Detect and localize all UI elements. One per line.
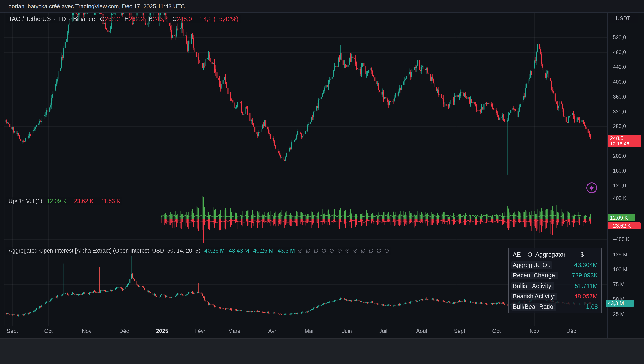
oi-scale-label: 125 M bbox=[613, 252, 627, 258]
month-label: Nov bbox=[82, 328, 92, 334]
oi-value: 43,43 M bbox=[229, 247, 249, 254]
volume-value: 12,09 K bbox=[47, 198, 66, 204]
ohlc-readout: O262,2H262,2B243,7C248,0 bbox=[100, 16, 196, 23]
volume-legend-values: 12,09 K−23,62 K−11,53 K bbox=[42, 198, 120, 204]
oi-tooltip-row-label: Recent Change: bbox=[511, 272, 558, 279]
oi-scale-label: 100 M bbox=[613, 267, 627, 273]
interval-label: 1D bbox=[58, 16, 66, 23]
price-scale-label: 480,0 bbox=[613, 49, 626, 56]
oi-empty-value: ∅ bbox=[322, 248, 326, 254]
volume-down-badge: −23,62 K bbox=[608, 222, 640, 229]
oi-tooltip-row-label: Bull/Bear Ratio: bbox=[511, 303, 556, 310]
month-label: Juin bbox=[342, 328, 352, 334]
price-scale-label: 160,0 bbox=[613, 168, 626, 174]
month-label: Mai bbox=[305, 328, 314, 334]
oi-empty-value: ∅ bbox=[314, 248, 318, 254]
separator-dot: · bbox=[54, 16, 56, 22]
oi-tooltip-row-label: Aggregate OI: bbox=[511, 261, 552, 269]
oi-tooltip-row: Aggregate OI:43.304M bbox=[509, 260, 602, 270]
oi-tooltip-row-value: 51.711M bbox=[575, 283, 598, 290]
volume-scale-label: 400 K bbox=[613, 195, 626, 201]
price-scale-label: 280,0 bbox=[613, 123, 626, 129]
oi-tooltip-panel: AE – OI Aggregator $ Aggregate OI:43.304… bbox=[508, 248, 602, 313]
ohlc-key: C bbox=[172, 16, 177, 22]
month-label: Oct bbox=[492, 328, 500, 334]
oi-legend-title: Aggregated Open Interest [Alpha Extract]… bbox=[8, 247, 200, 254]
ohlc-value: 243,7 bbox=[153, 16, 168, 22]
last-price-badge: 248,0 12:16:46 bbox=[608, 135, 641, 147]
exchange-label: Binance bbox=[73, 16, 95, 23]
change-label: −14,2 (−5,42%) bbox=[196, 16, 238, 23]
currency-symbol: $ bbox=[580, 251, 598, 258]
oi-tooltip-row: Bull/Bear Ratio:1.08 bbox=[509, 302, 602, 312]
volume-scale-label: −400 K bbox=[613, 236, 630, 242]
month-label: Mars bbox=[228, 328, 240, 334]
price-scale-label: 200,0 bbox=[613, 153, 626, 159]
oi-scale-label: 25 M bbox=[613, 311, 624, 317]
ohlc-value: 262,2 bbox=[129, 16, 144, 22]
ohlc-key: H bbox=[124, 16, 129, 22]
symbol-legend: TAO / TetherUS · 1D · Binance O262,2H262… bbox=[6, 15, 241, 23]
month-label: Août bbox=[416, 328, 427, 334]
oi-tooltip-row: Bearish Activity:48.057M bbox=[509, 292, 602, 301]
month-label: Nov bbox=[530, 328, 539, 334]
month-label: Déc bbox=[119, 328, 129, 334]
price-scale-label: 120,0 bbox=[613, 183, 626, 189]
oi-value: 43,3 M bbox=[278, 247, 295, 254]
volume-value: −23,62 K bbox=[71, 198, 94, 204]
ohlc-item: B243,7 bbox=[148, 16, 168, 23]
volume-up-badge: 12,09 K bbox=[608, 215, 635, 221]
month-label: 2025 bbox=[156, 328, 168, 334]
oi-empty-value: ∅ bbox=[298, 248, 303, 254]
ohlc-item: C248,0 bbox=[172, 16, 192, 23]
oi-legend: Aggregated Open Interest [Alpha Extract]… bbox=[6, 247, 391, 255]
oi-tooltip-row: Recent Change:739.093K bbox=[509, 271, 602, 281]
last-price-time: 12:16:46 bbox=[610, 141, 641, 147]
oi-tooltip-row-label: Bearish Activity: bbox=[511, 293, 557, 300]
oi-empty-value: ∅ bbox=[376, 248, 381, 254]
price-scale-label: 520,0 bbox=[613, 35, 626, 41]
month-label: Déc bbox=[566, 328, 576, 334]
price-scale-label: 360,0 bbox=[613, 94, 626, 100]
ohlc-key: O bbox=[100, 16, 105, 22]
ohlc-item: H262,2 bbox=[124, 16, 144, 23]
oi-empty-value: ∅ bbox=[368, 248, 373, 254]
oi-empty-value: ∅ bbox=[337, 248, 342, 254]
month-label: Sept bbox=[454, 328, 465, 334]
lightning-button[interactable] bbox=[586, 182, 598, 194]
oi-empty-value: ∅ bbox=[353, 248, 358, 254]
oi-empty-value: ∅ bbox=[330, 248, 334, 254]
oi-empty-value: ∅ bbox=[306, 248, 310, 254]
oi-legend-values: 40,26 M43,43 M40,26 M43,3 M bbox=[200, 247, 295, 254]
last-price-value: 248,0 bbox=[610, 135, 641, 141]
oi-empty-value: ∅ bbox=[384, 248, 389, 254]
month-label: Févr bbox=[194, 328, 205, 334]
volume-legend-title: Up/Dn Vol (1) bbox=[8, 198, 42, 204]
oi-value: 40,26 M bbox=[204, 247, 225, 254]
oi-empty-value: ∅ bbox=[361, 248, 366, 254]
volume-legend: Up/Dn Vol (1) 12,09 K−23,62 K−11,53 K bbox=[6, 197, 122, 205]
month-label: Juill bbox=[379, 328, 388, 334]
ohlc-key: B bbox=[148, 16, 153, 22]
oi-badge: 43,3 M bbox=[606, 300, 634, 307]
symbol-title: TAO / TetherUS bbox=[8, 16, 51, 23]
ohlc-value: 262,2 bbox=[105, 16, 120, 22]
oi-tooltip-row-label: Bullish Activity: bbox=[511, 282, 554, 290]
oi-tooltip-row-value: 48.057M bbox=[574, 293, 598, 300]
oi-legend-empty-values: ∅∅∅∅∅∅∅∅∅∅∅∅ bbox=[295, 247, 389, 254]
price-scale-label: 320,0 bbox=[613, 109, 626, 115]
ohlc-value: 248,0 bbox=[177, 16, 192, 22]
separator-dot: · bbox=[69, 16, 70, 22]
oi-scale-label: 75 M bbox=[613, 281, 624, 288]
month-label: Sept bbox=[7, 328, 18, 334]
currency-button[interactable]: USDT bbox=[608, 14, 638, 24]
month-label: Oct bbox=[44, 328, 52, 334]
oi-tooltip-header: AE – OI Aggregator $ bbox=[509, 250, 602, 260]
oi-tooltip-row: Bullish Activity:51.711M bbox=[509, 281, 602, 291]
ohlc-item: O262,2 bbox=[100, 16, 120, 23]
oi-tooltip-row-value: 1.08 bbox=[586, 303, 598, 310]
oi-tooltip-row-value: 43.304M bbox=[574, 262, 598, 269]
lightning-icon bbox=[586, 182, 598, 194]
bottom-strip: TradingView bbox=[0, 338, 644, 364]
volume-value: −11,53 K bbox=[98, 198, 120, 204]
